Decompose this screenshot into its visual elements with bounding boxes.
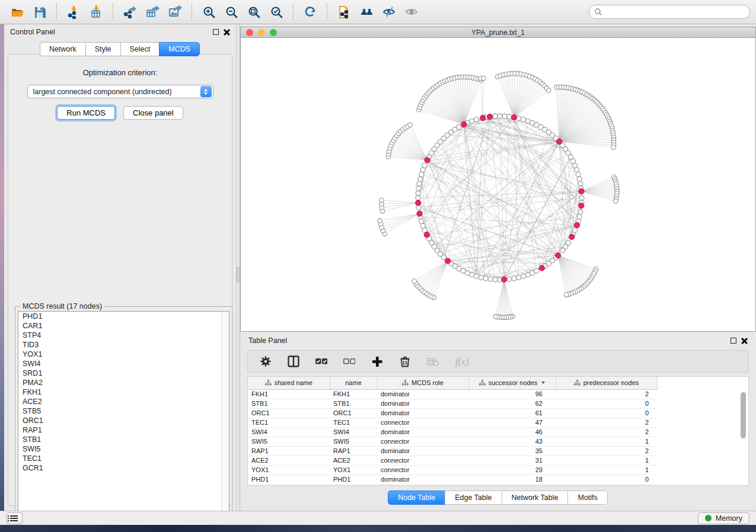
- search-box[interactable]: [589, 5, 750, 19]
- zoom-in-button[interactable]: [197, 2, 220, 21]
- mcds-node-item[interactable]: PMA2: [18, 378, 229, 387]
- mcds-node-item[interactable]: YOX1: [18, 350, 229, 359]
- tab-network-table[interactable]: Network Table: [502, 491, 569, 505]
- column-header-MCDS-role[interactable]: MCDS role: [377, 377, 468, 389]
- import-network-button[interactable]: [62, 2, 85, 21]
- mcds-node-item[interactable]: ACE2: [18, 397, 229, 406]
- export-table-icon: [146, 5, 160, 19]
- mcds-node-item[interactable]: STP4: [18, 331, 229, 340]
- cell-name: RAP1: [330, 446, 377, 456]
- mcds-node-item[interactable]: STB5: [18, 406, 229, 416]
- mcds-node-item[interactable]: SWI5: [18, 444, 229, 454]
- run-mcds-button[interactable]: Run MCDS: [57, 106, 115, 120]
- show-all-button[interactable]: [400, 2, 423, 21]
- search-icon: [594, 8, 602, 16]
- hide-selected-button[interactable]: [378, 2, 400, 21]
- cell-shared-name: SWI4: [248, 427, 330, 437]
- mcds-node-item[interactable]: SRD1: [18, 368, 229, 378]
- network-window-titlebar[interactable]: YPA_prune.txt_1: [241, 27, 755, 38]
- criterion-select[interactable]: largest connected component (undirected): [27, 85, 213, 98]
- refresh-view-button[interactable]: [299, 2, 321, 21]
- memory-label: Memory: [716, 514, 742, 523]
- column-header-shared-name[interactable]: shared name: [248, 377, 330, 389]
- tab-motifs[interactable]: Motifs: [567, 491, 607, 505]
- cell-successor-nodes: 31: [468, 456, 556, 465]
- table-scrollbar[interactable]: [741, 392, 746, 438]
- mcds-node-item[interactable]: PHD1: [18, 312, 229, 321]
- delete-column-button[interactable]: [399, 355, 411, 367]
- table-close-icon[interactable]: [741, 338, 748, 344]
- import-table-button[interactable]: [85, 2, 107, 21]
- select-all-checks-button[interactable]: [315, 355, 327, 367]
- split-columns-icon: [288, 355, 299, 367]
- delete-column-icon: [399, 355, 411, 367]
- node-table[interactable]: shared namenameMCDS rolesuccessor nodesp…: [248, 377, 658, 485]
- mcds-node-item[interactable]: TID3: [18, 340, 229, 350]
- table-panel-title: Table Panel: [248, 336, 731, 345]
- tab-mcds[interactable]: MCDS: [159, 42, 200, 56]
- mcds-node-item[interactable]: TEC1: [18, 454, 229, 463]
- zoom-fit-button[interactable]: [243, 2, 265, 21]
- mcds-node-item[interactable]: CAR1: [18, 321, 229, 331]
- task-history-button[interactable]: [7, 512, 23, 524]
- open-session-button[interactable]: [6, 2, 28, 21]
- tab-edge-table[interactable]: Edge Table: [445, 491, 502, 505]
- cell-shared-name: FKH1: [248, 389, 330, 399]
- save-session-icon: [33, 5, 47, 19]
- tab-select[interactable]: Select: [120, 42, 160, 56]
- mcds-node-item[interactable]: RAP1: [18, 425, 229, 435]
- table-row[interactable]: STB1STB1dominator620: [248, 399, 657, 408]
- add-column-button[interactable]: [371, 355, 383, 367]
- table-row[interactable]: FKH1FKH1dominator962: [248, 389, 657, 399]
- refresh-view-icon: [304, 5, 317, 19]
- network-graph[interactable]: [241, 38, 755, 331]
- tab-style[interactable]: Style: [85, 42, 121, 56]
- cell-shared-name: STB1: [248, 399, 330, 408]
- clear-checks-button[interactable]: [343, 355, 355, 367]
- column-header-predecessor-nodes[interactable]: predecessor nodes: [556, 377, 657, 389]
- panel-splitter[interactable]: [236, 24, 240, 511]
- search-input[interactable]: [602, 8, 745, 16]
- mcds-node-item[interactable]: SWI4: [18, 359, 229, 368]
- export-image-button[interactable]: [164, 2, 186, 21]
- first-neighbors-button[interactable]: [355, 2, 378, 21]
- mcds-list-scrollbar[interactable]: [221, 312, 229, 523]
- column-header-name[interactable]: name: [330, 377, 377, 389]
- mcds-node-item[interactable]: GCR1: [18, 463, 229, 473]
- table-row[interactable]: YOX1YOX1connector291: [248, 465, 657, 475]
- float-panel-icon[interactable]: [213, 29, 219, 35]
- table-row[interactable]: RAP1RAP1dominator352: [248, 446, 657, 456]
- mcds-node-item[interactable]: FKH1: [18, 387, 229, 397]
- table-row[interactable]: ACE2ACE2connector311: [248, 456, 657, 465]
- close-panel-button[interactable]: Close panel: [123, 106, 183, 120]
- network-from-file-button[interactable]: [333, 2, 355, 21]
- table-row[interactable]: SWI5SWI5connector431: [248, 437, 657, 446]
- network-from-file-icon: [337, 5, 351, 19]
- export-table-button[interactable]: [141, 2, 164, 21]
- zoom-selected-button[interactable]: [265, 2, 288, 21]
- export-network-icon: [123, 5, 137, 19]
- gear-icon: [260, 355, 272, 367]
- export-network-button[interactable]: [119, 2, 141, 21]
- table-row[interactable]: ORC1ORC1dominator610: [248, 408, 657, 418]
- memory-button[interactable]: Memory: [698, 512, 749, 524]
- mcds-result-list[interactable]: PHD1CAR1STP4TID3YOX1SWI4SRD1PMA2FKH1ACE2…: [18, 311, 229, 523]
- cell-name: SWI4: [330, 427, 377, 437]
- cell-MCDS-role: connector: [377, 456, 468, 465]
- mcds-node-item[interactable]: ORC1: [18, 416, 229, 425]
- mcds-node-item[interactable]: STB1: [18, 435, 229, 444]
- zoom-out-button[interactable]: [220, 2, 243, 21]
- gear-button[interactable]: [260, 355, 272, 367]
- close-panel-icon[interactable]: [224, 29, 230, 36]
- save-session-button[interactable]: [28, 2, 51, 21]
- column-header-successor-nodes[interactable]: successor nodes: [468, 377, 556, 389]
- table-float-icon[interactable]: [731, 338, 736, 344]
- table-row[interactable]: SWI4SWI4dominator462: [248, 427, 657, 437]
- table-row[interactable]: TEC1TEC1connector472: [248, 418, 657, 427]
- split-columns-button[interactable]: [288, 355, 299, 367]
- network-canvas[interactable]: [241, 38, 755, 331]
- table-tabs: Node TableEdge TableNetwork TableMotifs: [240, 491, 756, 505]
- tab-node-table[interactable]: Node Table: [388, 491, 445, 505]
- table-row[interactable]: PHD1PHD1dominator180: [248, 475, 657, 484]
- tab-network[interactable]: Network: [40, 42, 86, 56]
